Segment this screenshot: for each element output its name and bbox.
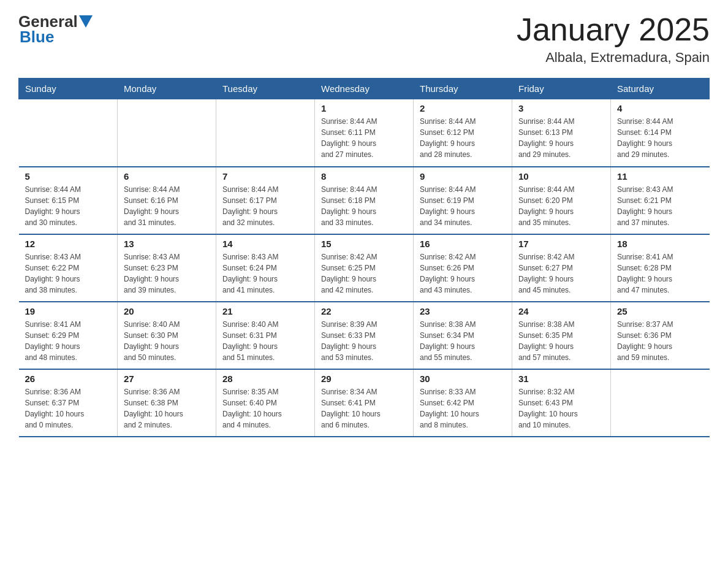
day-number: 28 xyxy=(222,373,308,384)
day-number: 4 xyxy=(617,103,703,113)
day-info: Sunrise: 8:33 AM Sunset: 6:42 PM Dayligh… xyxy=(420,386,506,431)
calendar-day-cell: 13Sunrise: 8:43 AM Sunset: 6:23 PM Dayli… xyxy=(118,234,216,302)
calendar-day-cell: 3Sunrise: 8:44 AM Sunset: 6:13 PM Daylig… xyxy=(512,99,611,167)
day-info: Sunrise: 8:44 AM Sunset: 6:12 PM Dayligh… xyxy=(420,116,506,160)
day-number: 17 xyxy=(518,239,604,249)
day-number: 27 xyxy=(124,373,210,384)
logo: General Blue xyxy=(18,12,93,47)
calendar-day-cell: 28Sunrise: 8:35 AM Sunset: 6:40 PM Dayli… xyxy=(216,369,315,437)
calendar-day-cell: 15Sunrise: 8:42 AM Sunset: 6:25 PM Dayli… xyxy=(315,234,414,302)
day-number: 26 xyxy=(25,373,112,384)
day-number: 2 xyxy=(420,103,506,113)
day-info: Sunrise: 8:44 AM Sunset: 6:19 PM Dayligh… xyxy=(420,184,506,228)
day-number: 3 xyxy=(518,103,604,113)
calendar-day-cell: 27Sunrise: 8:36 AM Sunset: 6:38 PM Dayli… xyxy=(118,369,216,437)
day-info: Sunrise: 8:44 AM Sunset: 6:16 PM Dayligh… xyxy=(124,184,210,228)
weekday-header-tuesday: Tuesday xyxy=(216,79,315,99)
calendar-week-row: 1Sunrise: 8:44 AM Sunset: 6:11 PM Daylig… xyxy=(19,99,710,167)
day-info: Sunrise: 8:43 AM Sunset: 6:24 PM Dayligh… xyxy=(222,251,308,296)
day-info: Sunrise: 8:37 AM Sunset: 6:36 PM Dayligh… xyxy=(617,319,703,363)
day-number: 24 xyxy=(518,306,604,316)
calendar-day-cell: 7Sunrise: 8:44 AM Sunset: 6:17 PM Daylig… xyxy=(216,167,315,234)
calendar-day-cell: 24Sunrise: 8:38 AM Sunset: 6:35 PM Dayli… xyxy=(512,302,611,369)
day-number: 5 xyxy=(25,171,112,182)
day-number: 20 xyxy=(124,306,210,316)
calendar-header-row: SundayMondayTuesdayWednesdayThursdayFrid… xyxy=(19,79,710,99)
page-header: General Blue January 2025 Albala, Extrem… xyxy=(18,12,710,66)
calendar-day-cell: 2Sunrise: 8:44 AM Sunset: 6:12 PM Daylig… xyxy=(414,99,512,167)
calendar-day-cell: 26Sunrise: 8:36 AM Sunset: 6:37 PM Dayli… xyxy=(19,369,118,437)
day-info: Sunrise: 8:38 AM Sunset: 6:34 PM Dayligh… xyxy=(420,319,506,363)
weekday-header-sunday: Sunday xyxy=(19,79,118,99)
calendar-day-cell: 31Sunrise: 8:32 AM Sunset: 6:43 PM Dayli… xyxy=(512,369,611,437)
calendar-day-cell: 10Sunrise: 8:44 AM Sunset: 6:20 PM Dayli… xyxy=(512,167,611,234)
weekday-header-monday: Monday xyxy=(118,79,216,99)
calendar-day-cell: 11Sunrise: 8:43 AM Sunset: 6:21 PM Dayli… xyxy=(611,167,710,234)
weekday-header-friday: Friday xyxy=(512,79,611,99)
day-info: Sunrise: 8:44 AM Sunset: 6:15 PM Dayligh… xyxy=(25,184,112,228)
month-title: January 2025 xyxy=(517,12,710,47)
calendar-day-cell: 19Sunrise: 8:41 AM Sunset: 6:29 PM Dayli… xyxy=(19,302,118,369)
title-area: January 2025 Albala, Extremadura, Spain xyxy=(517,12,710,66)
day-info: Sunrise: 8:42 AM Sunset: 6:26 PM Dayligh… xyxy=(420,251,506,296)
day-info: Sunrise: 8:39 AM Sunset: 6:33 PM Dayligh… xyxy=(321,319,407,363)
day-number: 11 xyxy=(617,171,703,182)
calendar-day-cell: 14Sunrise: 8:43 AM Sunset: 6:24 PM Dayli… xyxy=(216,234,315,302)
day-info: Sunrise: 8:44 AM Sunset: 6:14 PM Dayligh… xyxy=(617,116,703,160)
calendar-week-row: 26Sunrise: 8:36 AM Sunset: 6:37 PM Dayli… xyxy=(19,369,710,437)
day-info: Sunrise: 8:40 AM Sunset: 6:30 PM Dayligh… xyxy=(124,319,210,363)
calendar-day-cell: 20Sunrise: 8:40 AM Sunset: 6:30 PM Dayli… xyxy=(118,302,216,369)
day-info: Sunrise: 8:38 AM Sunset: 6:35 PM Dayligh… xyxy=(518,319,604,363)
calendar-day-cell: 5Sunrise: 8:44 AM Sunset: 6:15 PM Daylig… xyxy=(19,167,118,234)
day-info: Sunrise: 8:44 AM Sunset: 6:17 PM Dayligh… xyxy=(222,184,308,228)
calendar-day-cell xyxy=(611,369,710,437)
day-number: 12 xyxy=(25,239,112,249)
day-number: 23 xyxy=(420,306,506,316)
weekday-header-saturday: Saturday xyxy=(611,79,710,99)
day-number: 31 xyxy=(518,373,604,384)
day-number: 7 xyxy=(222,171,308,182)
day-info: Sunrise: 8:35 AM Sunset: 6:40 PM Dayligh… xyxy=(222,386,308,431)
day-info: Sunrise: 8:44 AM Sunset: 6:13 PM Dayligh… xyxy=(518,116,604,160)
day-number: 30 xyxy=(420,373,506,384)
calendar-day-cell xyxy=(118,99,216,167)
day-number: 14 xyxy=(222,239,308,249)
day-info: Sunrise: 8:44 AM Sunset: 6:20 PM Dayligh… xyxy=(518,184,604,228)
day-number: 9 xyxy=(420,171,506,182)
day-number: 18 xyxy=(617,239,703,249)
day-info: Sunrise: 8:43 AM Sunset: 6:21 PM Dayligh… xyxy=(617,184,703,228)
weekday-header-wednesday: Wednesday xyxy=(315,79,414,99)
calendar-week-row: 12Sunrise: 8:43 AM Sunset: 6:22 PM Dayli… xyxy=(19,234,710,302)
day-number: 10 xyxy=(518,171,604,182)
calendar-day-cell: 1Sunrise: 8:44 AM Sunset: 6:11 PM Daylig… xyxy=(315,99,414,167)
day-info: Sunrise: 8:42 AM Sunset: 6:27 PM Dayligh… xyxy=(518,251,604,296)
day-number: 6 xyxy=(124,171,210,182)
day-info: Sunrise: 8:42 AM Sunset: 6:25 PM Dayligh… xyxy=(321,251,407,296)
calendar-day-cell xyxy=(216,99,315,167)
day-info: Sunrise: 8:36 AM Sunset: 6:37 PM Dayligh… xyxy=(25,386,112,431)
calendar-day-cell: 29Sunrise: 8:34 AM Sunset: 6:41 PM Dayli… xyxy=(315,369,414,437)
location-title: Albala, Extremadura, Spain xyxy=(517,50,710,66)
calendar-day-cell: 18Sunrise: 8:41 AM Sunset: 6:28 PM Dayli… xyxy=(611,234,710,302)
calendar-day-cell: 21Sunrise: 8:40 AM Sunset: 6:31 PM Dayli… xyxy=(216,302,315,369)
day-info: Sunrise: 8:34 AM Sunset: 6:41 PM Dayligh… xyxy=(321,386,407,431)
day-info: Sunrise: 8:43 AM Sunset: 6:23 PM Dayligh… xyxy=(124,251,210,296)
calendar-day-cell: 23Sunrise: 8:38 AM Sunset: 6:34 PM Dayli… xyxy=(414,302,512,369)
day-number: 1 xyxy=(321,103,407,113)
calendar-day-cell xyxy=(19,99,118,167)
calendar-day-cell: 22Sunrise: 8:39 AM Sunset: 6:33 PM Dayli… xyxy=(315,302,414,369)
calendar-table: SundayMondayTuesdayWednesdayThursdayFrid… xyxy=(18,78,710,437)
calendar-day-cell: 6Sunrise: 8:44 AM Sunset: 6:16 PM Daylig… xyxy=(118,167,216,234)
day-number: 29 xyxy=(321,373,407,384)
day-number: 25 xyxy=(617,306,703,316)
day-number: 21 xyxy=(222,306,308,316)
svg-marker-0 xyxy=(79,15,93,28)
day-number: 13 xyxy=(124,239,210,249)
calendar-week-row: 19Sunrise: 8:41 AM Sunset: 6:29 PM Dayli… xyxy=(19,302,710,369)
day-number: 8 xyxy=(321,171,407,182)
day-info: Sunrise: 8:40 AM Sunset: 6:31 PM Dayligh… xyxy=(222,319,308,363)
calendar-day-cell: 9Sunrise: 8:44 AM Sunset: 6:19 PM Daylig… xyxy=(414,167,512,234)
day-info: Sunrise: 8:43 AM Sunset: 6:22 PM Dayligh… xyxy=(25,251,112,296)
day-number: 19 xyxy=(25,306,112,316)
day-info: Sunrise: 8:41 AM Sunset: 6:28 PM Dayligh… xyxy=(617,251,703,296)
